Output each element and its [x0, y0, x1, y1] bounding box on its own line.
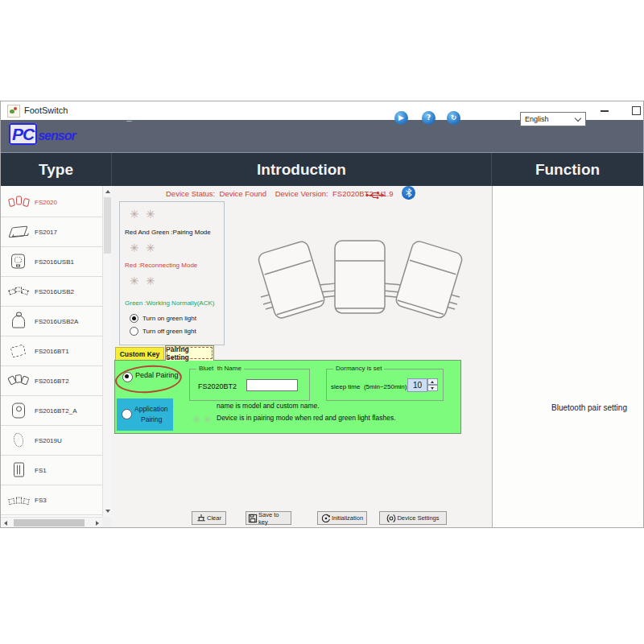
sidebar-item-label: FS2019U	[35, 437, 62, 444]
sidebar-item-fs2016bt2[interactable]: FS2016BT2	[1, 366, 102, 396]
refresh-icon[interactable]: ↻	[447, 111, 460, 125]
device-status-label: Device Status:	[166, 189, 220, 198]
turn-on-green-light-radio[interactable]	[130, 314, 138, 323]
bluetooth-name-group-title: Bluet th Name	[196, 365, 244, 372]
help-glyph: ?	[427, 114, 431, 122]
sidebar-horizontal-scrollbar[interactable]	[1, 517, 102, 527]
sidebar-item-fs2016usb2[interactable]: FS2016USB2	[1, 277, 102, 307]
refresh-glyph: ↻	[451, 114, 457, 122]
note-pairing: Device is in pairing mode when red and g…	[217, 414, 396, 422]
vertical-scroll-thumb[interactable]	[104, 197, 111, 254]
sidebar-item-fs2016bt1[interactable]: FS2016BT1	[1, 336, 102, 366]
application-pairing-label: Application	[134, 405, 168, 413]
spinner-down-icon[interactable]	[427, 385, 438, 391]
round-pedal-icon	[8, 402, 30, 420]
scrollbar-corner	[102, 517, 111, 527]
flat-pedal-icon	[8, 223, 30, 242]
maximize-button[interactable]	[627, 103, 644, 118]
turn-on-green-light-label: Turn on green light	[142, 315, 196, 322]
scroll-left-icon[interactable]	[4, 521, 7, 526]
column-header-type: Type	[1, 153, 111, 186]
sidebar-item-fs2016usb2a[interactable]: FS2016USB2A	[1, 307, 102, 336]
sidebar-item-label: FS2016BT2_A	[35, 407, 76, 415]
normal-mode-text: Green :Working Normally(ACK)	[125, 299, 214, 307]
dormancy-group: Dormancy is set sleep time (5min~250min)…	[326, 369, 444, 401]
bluetooth-name-input[interactable]	[246, 379, 298, 391]
minimize-icon	[601, 110, 609, 112]
maximize-icon	[632, 106, 641, 115]
dormancy-group-title: Dormancy is set	[333, 365, 384, 372]
play-icon[interactable]: ▶	[394, 111, 408, 125]
help-icon[interactable]: ?	[422, 111, 436, 125]
sidebar-item-fs1[interactable]: FS1	[1, 456, 102, 485]
sidebar-item-fs2017[interactable]: FS2017	[1, 217, 102, 247]
application-pairing-block[interactable]: Application Pairing	[117, 398, 173, 431]
sidebar-item-label: FS2017	[35, 229, 57, 236]
device-status-line: Device Status: Device Found Device Versi…	[166, 189, 394, 198]
bluetooth-device-name: FS2020BT2	[198, 382, 237, 390]
application-pairing-label2: Pairing	[141, 415, 162, 423]
spinner-up-icon[interactable]	[427, 378, 438, 385]
function-pane: Bluetooth pair setting	[492, 186, 643, 527]
clear-button-label: Clear	[207, 514, 221, 522]
scroll-down-icon[interactable]	[105, 510, 110, 513]
sidebar-item-label: FS2016BT2	[35, 378, 69, 385]
sidebar-item-label: FS1	[35, 467, 47, 474]
initialization-button-label: Initialization	[332, 514, 363, 522]
scroll-right-icon[interactable]	[96, 521, 99, 526]
column-header-bar: Type Introduction Function	[1, 152, 643, 186]
note-name: name is model and custom name.	[217, 402, 320, 410]
turn-off-green-light-radio[interactable]	[130, 327, 138, 336]
sidebar-item-fs3[interactable]: FS3	[1, 485, 102, 515]
red-light-icon: ✳	[192, 417, 201, 422]
device-status-value: Device Found	[220, 189, 267, 198]
language-select[interactable]: English	[520, 112, 586, 126]
sidebar-item-label: FS2016USB2	[35, 288, 74, 295]
tab-custom-key-label: Custom Key	[120, 350, 160, 358]
usb-icon	[365, 190, 386, 200]
sidebar-item-label: FS2020	[35, 199, 57, 206]
device-settings-icon	[386, 514, 396, 523]
tab-pairing-setting[interactable]: Pairing Setting	[165, 345, 214, 361]
app-window: FootSwitch PCsensor FootSwitch_7.2.3 ▶ ?…	[0, 101, 644, 528]
red-light-icon: ✳	[130, 212, 139, 217]
initialization-button[interactable]: Initialization	[317, 511, 367, 525]
arch-pedal-icon	[8, 312, 30, 331]
sidebar-item-label: FS3	[35, 497, 47, 504]
slant-pedal-icon	[8, 342, 30, 361]
tab-custom-key[interactable]: Custom Key	[115, 347, 164, 361]
save-to-key-button[interactable]: Save to key	[246, 511, 291, 525]
bluetooth-icon	[402, 186, 415, 200]
application-pairing-radio[interactable]	[122, 409, 132, 419]
app-version: FootSwitch_7.2.3	[79, 112, 151, 122]
horizontal-scroll-thumb[interactable]	[14, 519, 85, 526]
sidebar-item-fs2020[interactable]: FS2020	[1, 188, 102, 217]
minimize-button[interactable]	[596, 103, 613, 118]
sidebar-item-fs2016bt2-a[interactable]: FS2016BT2_A	[1, 396, 102, 426]
device-settings-button-label: Device Settings	[397, 514, 439, 522]
fan-pedal-icon	[8, 372, 30, 390]
window-title: FootSwitch	[24, 105, 68, 115]
language-value: English	[525, 115, 549, 123]
indicator-mode-panel: ✳ ✳ Red And Green :Pairing Mode ✳ ✳ Red …	[119, 201, 225, 345]
green-light-icon: ✳	[146, 212, 155, 217]
grill-pedal-icon	[8, 461, 30, 480]
turn-off-green-light-label: Turn off green light	[142, 328, 196, 335]
save-icon	[248, 514, 258, 523]
mini-pedals-icon	[8, 491, 30, 510]
logo-pc: PC	[9, 123, 37, 145]
column-header-function: Function	[492, 153, 643, 186]
sidebar-item-fs2019u[interactable]: FS2019U	[1, 426, 102, 456]
bluetooth-name-group: Bluet th Name FS2020BT2	[189, 369, 310, 401]
scroll-up-icon[interactable]	[105, 190, 110, 193]
device-version-label: Device Version:	[266, 189, 332, 198]
function-text: Bluetooth pair setting	[493, 403, 644, 412]
device-settings-button[interactable]: Device Settings	[379, 511, 447, 525]
pairing-mode-text: Red And Green :Pairing Mode	[125, 229, 211, 236]
logo-sensor: sensor	[38, 129, 75, 142]
play-glyph: ▶	[398, 114, 404, 122]
sidebar-vertical-scrollbar[interactable]	[102, 186, 111, 517]
sidebar-item-fs2016usb1[interactable]: FS2016USB1	[1, 247, 102, 277]
clear-button[interactable]: Clear	[192, 511, 226, 525]
sidebar-item-label: FS2016USB1	[35, 258, 74, 266]
